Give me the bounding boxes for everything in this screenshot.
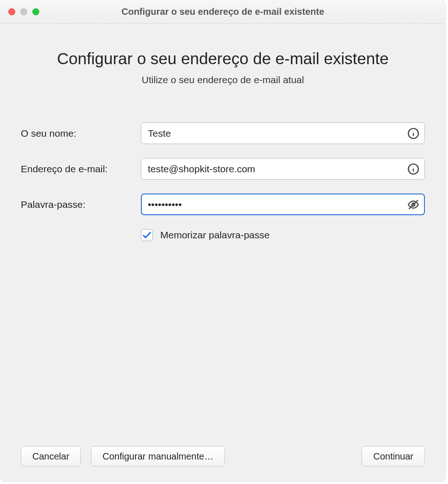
email-row: Endereço de e-mail: xyxy=(21,158,425,180)
remember-label: Memorizar palavra-passe xyxy=(160,230,270,241)
password-input[interactable] xyxy=(141,194,425,215)
check-icon xyxy=(142,230,152,240)
email-input[interactable] xyxy=(141,158,425,180)
svg-point-2 xyxy=(413,131,413,131)
dialog-heading: Configurar o seu endereço de e-mail exis… xyxy=(21,49,425,68)
svg-point-5 xyxy=(413,166,413,167)
traffic-lights xyxy=(8,8,39,15)
cancel-button[interactable]: Cancelar xyxy=(21,446,81,466)
eye-off-icon[interactable] xyxy=(407,199,419,211)
titlebar: Configurar o seu endereço de e-mail exis… xyxy=(0,0,446,24)
continue-button[interactable]: Continuar xyxy=(362,446,425,466)
name-input[interactable] xyxy=(141,122,425,144)
configure-manually-button[interactable]: Configurar manualmente… xyxy=(91,446,225,466)
name-row: O seu nome: xyxy=(21,122,425,144)
email-input-wrapper xyxy=(141,158,425,180)
password-row: Palavra-passe: xyxy=(21,194,425,215)
name-label: O seu nome: xyxy=(21,128,141,139)
info-icon[interactable] xyxy=(407,163,419,175)
remember-row: Memorizar palavra-passe xyxy=(141,229,425,241)
password-input-wrapper xyxy=(141,194,425,215)
password-label: Palavra-passe: xyxy=(21,199,141,210)
close-window-button[interactable] xyxy=(8,8,15,15)
maximize-window-button[interactable] xyxy=(32,8,39,15)
window-title: Configurar o seu endereço de e-mail exis… xyxy=(0,6,446,17)
minimize-window-button[interactable] xyxy=(20,8,27,15)
info-icon[interactable] xyxy=(407,127,419,139)
button-bar: Cancelar Configurar manualmente… Continu… xyxy=(21,446,425,466)
dialog-window: Configurar o seu endereço de e-mail exis… xyxy=(0,0,446,482)
remember-checkbox[interactable] xyxy=(141,229,153,241)
name-input-wrapper xyxy=(141,122,425,144)
dialog-body: Configurar o seu endereço de e-mail exis… xyxy=(0,24,446,241)
email-label: Endereço de e-mail: xyxy=(21,163,141,175)
dialog-subheading: Utilize o seu endereço de e-mail atual xyxy=(21,74,425,85)
